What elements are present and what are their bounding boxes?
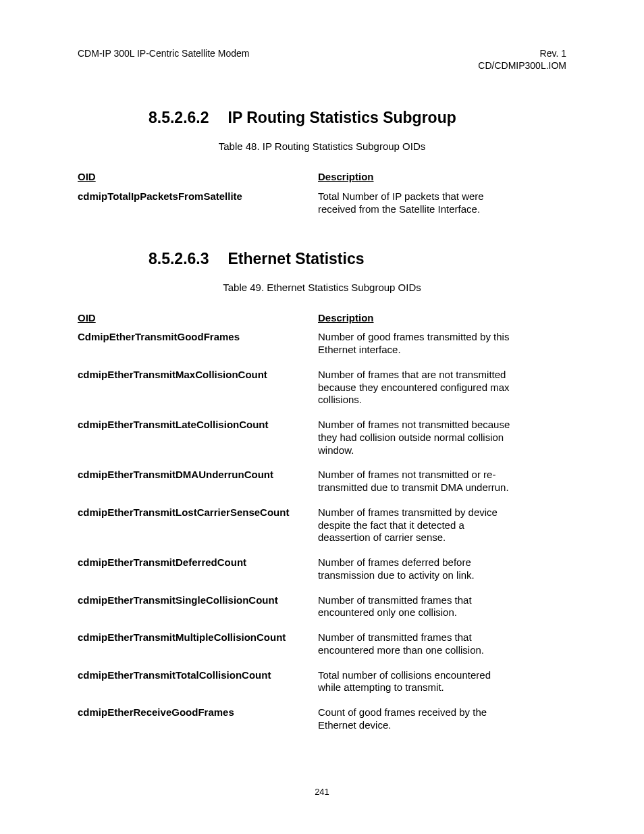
- oid-description: Number of frames deferred before transmi…: [318, 556, 514, 582]
- oid-name: cdmipEtherTransmitSingleCollisionCount: [78, 594, 318, 606]
- table-row: cdmipTotalIpPacketsFromSatellite Total N…: [78, 190, 566, 216]
- section-heading: IP Routing Statistics Subgroup: [209, 109, 456, 127]
- oid-name: cdmipEtherTransmitDeferredCount: [78, 556, 318, 568]
- oid-description: Total Number of IP packets that were rec…: [318, 190, 514, 216]
- table-header-row: OID Description: [78, 312, 566, 325]
- page: CDM-IP 300L IP-Centric Satellite Modem R…: [0, 0, 644, 834]
- table-row: cdmipEtherTransmitDMAUnderrunCount Numbe…: [78, 469, 566, 494]
- section-number: 8.5.2.6.2: [78, 109, 209, 127]
- col-header-description: Description: [318, 171, 514, 184]
- table-row: CdmipEtherTransmitGoodFrames Number of g…: [78, 331, 566, 357]
- table-row: cdmipEtherTransmitSingleCollisionCount N…: [78, 594, 566, 620]
- oid-name: cdmipEtherTransmitTotalCollisionCount: [78, 669, 318, 681]
- oid-description: Number of transmitted frames that encoun…: [318, 594, 514, 620]
- oid-description: Number of frames not transmitted or re-t…: [318, 469, 514, 494]
- page-number: 241: [0, 787, 644, 797]
- oid-table: OID Description cdmipTotalIpPacketsFromS…: [78, 171, 566, 215]
- oid-name: cdmipEtherTransmitLostCarrierSenseCount: [78, 506, 318, 518]
- oid-description: Total number of collisions encountered w…: [318, 669, 514, 695]
- table-row: cdmipEtherTransmitMultipleCollisionCount…: [78, 631, 566, 657]
- table-header-row: OID Description: [78, 171, 566, 184]
- col-header-oid: OID: [78, 312, 318, 323]
- oid-name: cdmipEtherReceiveGoodFrames: [78, 706, 318, 718]
- table-row: cdmipEtherTransmitDeferredCount Number o…: [78, 556, 566, 582]
- oid-name: cdmipEtherTransmitDMAUnderrunCount: [78, 469, 318, 480]
- oid-name: cdmipTotalIpPacketsFromSatellite: [78, 190, 318, 202]
- section-heading: Ethernet Statistics: [209, 250, 365, 268]
- table-caption: Table 49. Ethernet Statistics Subgroup O…: [78, 282, 566, 293]
- table-row: cdmipEtherReceiveGoodFrames Count of goo…: [78, 706, 566, 732]
- doc-id: CD/CDMIP300L.IOM: [478, 59, 566, 72]
- oid-name: cdmipEtherTransmitMaxCollisionCount: [78, 369, 318, 380]
- section-ethernet-stats: 8.5.2.6.3 Ethernet Statistics Table 49. …: [78, 250, 566, 732]
- oid-description: Number of transmitted frames that encoun…: [318, 631, 514, 657]
- oid-table: OID Description CdmipEtherTransmitGoodFr…: [78, 312, 566, 732]
- table-row: cdmipEtherTransmitTotalCollisionCount To…: [78, 669, 566, 695]
- section-ip-routing: 8.5.2.6.2 IP Routing Statistics Subgroup…: [78, 109, 566, 215]
- table-row: cdmipEtherTransmitMaxCollisionCount Numb…: [78, 369, 566, 407]
- oid-name: cdmipEtherTransmitMultipleCollisionCount: [78, 631, 318, 643]
- oid-name: cdmipEtherTransmitLateCollisionCount: [78, 419, 318, 430]
- page-header: CDM-IP 300L IP-Centric Satellite Modem R…: [78, 47, 566, 72]
- doc-title: CDM-IP 300L IP-Centric Satellite Modem: [78, 47, 249, 72]
- oid-description: Number of good frames transmitted by thi…: [318, 331, 514, 357]
- oid-description: Number of frames transmitted by device d…: [318, 506, 514, 544]
- oid-description: Number of frames that are not transmitte…: [318, 369, 514, 407]
- section-number: 8.5.2.6.3: [78, 250, 209, 268]
- table-caption: Table 48. IP Routing Statistics Subgroup…: [78, 140, 566, 152]
- oid-name: CdmipEtherTransmitGoodFrames: [78, 331, 318, 342]
- col-header-description: Description: [318, 312, 514, 325]
- table-row: cdmipEtherTransmitLateCollisionCount Num…: [78, 419, 566, 457]
- table-row: cdmipEtherTransmitLostCarrierSenseCount …: [78, 506, 566, 544]
- col-header-oid: OID: [78, 171, 318, 182]
- oid-description: Number of frames not transmitted because…: [318, 419, 514, 457]
- oid-description: Count of good frames received by the Eth…: [318, 706, 514, 732]
- revision: Rev. 1: [478, 47, 566, 59]
